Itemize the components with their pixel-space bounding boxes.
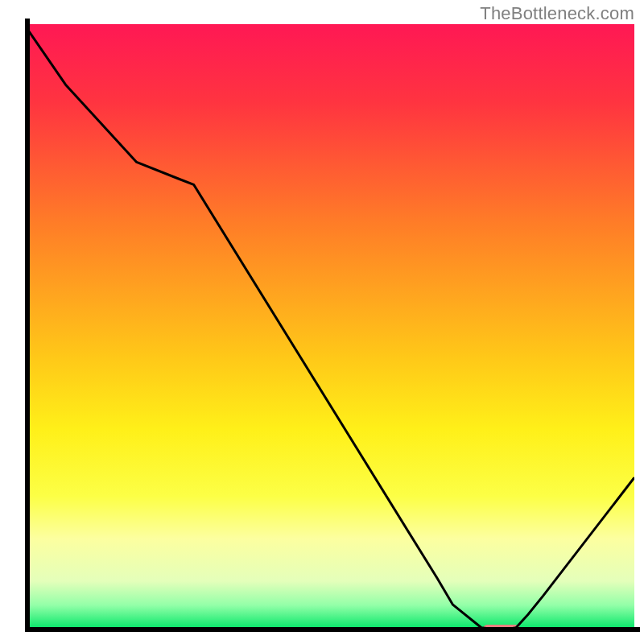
watermark-text: TheBottleneck.com [480,3,634,24]
bottleneck-chart [0,0,644,644]
gradient-background [27,24,634,630]
chart-container: TheBottleneck.com [0,0,644,644]
